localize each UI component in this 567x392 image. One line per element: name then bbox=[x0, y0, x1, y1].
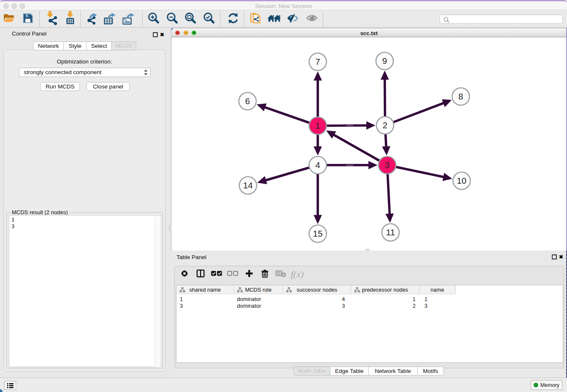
svg-text:4: 4 bbox=[315, 160, 320, 170]
svg-text:9: 9 bbox=[382, 56, 387, 66]
svg-text:6: 6 bbox=[245, 96, 250, 106]
svg-text:2: 2 bbox=[383, 120, 387, 130]
svg-text:1: 1 bbox=[315, 121, 320, 130]
svg-text:3: 3 bbox=[385, 160, 389, 170]
svg-text:7: 7 bbox=[315, 57, 320, 66]
svg-text:8: 8 bbox=[458, 91, 463, 101]
svg-text:10: 10 bbox=[457, 176, 467, 185]
svg-text:15: 15 bbox=[313, 229, 323, 238]
svg-text:11: 11 bbox=[386, 227, 395, 237]
svg-text:14: 14 bbox=[243, 180, 253, 190]
